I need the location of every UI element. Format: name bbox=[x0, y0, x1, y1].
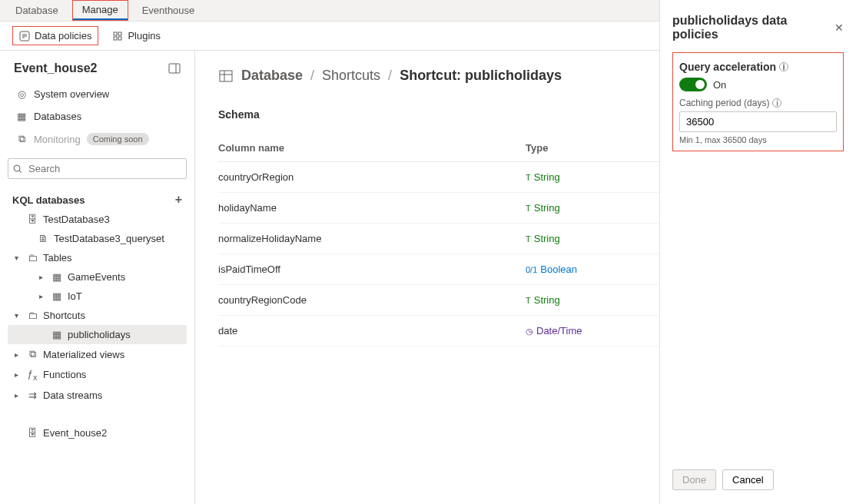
grid-icon: ▦ bbox=[15, 111, 28, 122]
data-policies-label: Data policies bbox=[35, 30, 91, 41]
column-name: countryOrRegion bbox=[218, 171, 526, 183]
type-label: String bbox=[534, 233, 560, 244]
layout-icon[interactable] bbox=[168, 62, 181, 75]
views-icon: ⧉ bbox=[26, 348, 38, 360]
tree-label: publicholidays bbox=[68, 329, 131, 340]
table-icon: ▦ bbox=[51, 329, 63, 340]
tree-label: IoT bbox=[68, 290, 82, 302]
tree-item-shortcuts[interactable]: ▾ 🗀 Shortcuts bbox=[8, 306, 187, 325]
sidebar: Event_house2 ◎ System overview ▦ Databas… bbox=[0, 51, 195, 504]
column-name: countryRegionCode bbox=[218, 294, 526, 306]
coming-soon-badge: Coming soon bbox=[87, 133, 149, 145]
folder-icon: 🗀 bbox=[26, 310, 38, 321]
chevron-right-icon[interactable]: ▸ bbox=[11, 370, 22, 379]
sidebar-title-row: Event_house2 bbox=[8, 58, 187, 83]
plugins-button[interactable]: Plugins bbox=[106, 27, 167, 45]
tree-label: GameEvents bbox=[68, 271, 125, 283]
query-acceleration-toggle[interactable] bbox=[679, 78, 707, 91]
svg-rect-2 bbox=[118, 32, 121, 35]
type-icon: T bbox=[526, 204, 531, 213]
chevron-down-icon[interactable]: ▾ bbox=[11, 311, 22, 320]
table-icon: ▦ bbox=[51, 290, 63, 302]
chevron-down-icon[interactable]: ▾ bbox=[11, 254, 22, 262]
query-acceleration-box: Query acceleration i On Caching period (… bbox=[672, 52, 844, 151]
tree-item-queryset[interactable]: ▸ 🗎 TestDatabase3_queryset bbox=[8, 229, 187, 248]
type-icon: ◷ bbox=[526, 327, 533, 336]
functions-icon: ƒx bbox=[26, 368, 38, 382]
sidebar-item-databases[interactable]: ▦ Databases bbox=[8, 105, 187, 128]
cancel-button[interactable]: Cancel bbox=[722, 469, 773, 490]
tree-label: Tables bbox=[43, 252, 72, 264]
svg-point-7 bbox=[14, 165, 20, 171]
table-icon bbox=[218, 68, 234, 84]
done-button[interactable]: Done bbox=[672, 469, 716, 490]
kql-databases-section: KQL databases + bbox=[8, 187, 187, 210]
chevron-right-icon[interactable]: ▸ bbox=[35, 292, 46, 300]
chevron-right-icon[interactable]: ▸ bbox=[11, 391, 22, 400]
plugins-icon bbox=[112, 31, 123, 41]
type-icon: T bbox=[526, 234, 531, 244]
svg-rect-1 bbox=[114, 32, 117, 35]
search-icon bbox=[13, 164, 22, 174]
caching-period-label: Caching period (days) i bbox=[679, 98, 837, 108]
breadcrumb-current: Shortcut: publicholidays bbox=[400, 68, 562, 84]
type-icon: T bbox=[526, 296, 531, 305]
tab-eventhouse[interactable]: Eventhouse bbox=[133, 2, 204, 19]
breadcrumb-sep: / bbox=[310, 68, 314, 84]
tree-label: Functions bbox=[43, 369, 86, 380]
breadcrumb-shortcuts[interactable]: Shortcuts bbox=[322, 68, 380, 84]
info-icon[interactable]: i bbox=[779, 62, 788, 71]
sidebar-item-label: Databases bbox=[34, 111, 81, 122]
queryset-icon: 🗎 bbox=[37, 233, 49, 244]
tree-item-eventhouse2[interactable]: ▸ 🗄 Event_house2 bbox=[8, 423, 187, 443]
type-label: Date/Time bbox=[536, 325, 582, 337]
caching-period-hint: Min 1, max 36500 days bbox=[679, 135, 837, 144]
tree-item-data-streams[interactable]: ▸ ⇉ Data streams bbox=[8, 386, 187, 405]
folder-icon: 🗀 bbox=[26, 252, 38, 264]
sidebar-item-system-overview[interactable]: ◎ System overview bbox=[8, 83, 187, 105]
sidebar-title: Event_house2 bbox=[14, 61, 97, 75]
svg-rect-5 bbox=[169, 64, 180, 73]
caching-period-input[interactable] bbox=[679, 111, 837, 132]
tree-item-testdatabase3[interactable]: ▸ 🗄 TestDatabase3 bbox=[8, 210, 187, 229]
data-policies-button[interactable]: Data policies bbox=[12, 26, 98, 45]
database-icon: 🗄 bbox=[26, 427, 38, 439]
tree-item-functions[interactable]: ▸ ƒx Functions bbox=[8, 364, 187, 386]
tree-label: Shortcuts bbox=[43, 310, 85, 321]
sidebar-item-monitoring: ⧉ Monitoring Coming soon bbox=[8, 128, 187, 151]
chevron-right-icon[interactable]: ▸ bbox=[11, 350, 22, 359]
tree-label: Event_house2 bbox=[43, 427, 107, 439]
tree-item-tables[interactable]: ▾ 🗀 Tables bbox=[8, 248, 187, 267]
search-box bbox=[8, 158, 187, 179]
breadcrumb-database[interactable]: Database bbox=[241, 68, 303, 84]
plus-icon[interactable]: + bbox=[175, 193, 182, 207]
tree-label: TestDatabase3_queryset bbox=[54, 233, 164, 244]
chevron-right-icon[interactable]: ▸ bbox=[35, 273, 46, 281]
col-header-name: Column name bbox=[218, 142, 526, 154]
section-label: KQL databases bbox=[12, 194, 85, 206]
svg-rect-3 bbox=[114, 37, 117, 40]
tree-item-publicholidays[interactable]: ▸ ▦ publicholidays bbox=[8, 325, 187, 344]
tab-database[interactable]: Database bbox=[6, 2, 68, 19]
close-icon[interactable]: ✕ bbox=[834, 22, 844, 34]
svg-rect-9 bbox=[220, 71, 232, 81]
type-label: Boolean bbox=[540, 264, 577, 275]
info-icon[interactable]: i bbox=[772, 98, 781, 108]
tree-label: TestDatabase3 bbox=[43, 214, 110, 225]
toggle-state-label: On bbox=[713, 79, 726, 91]
tree-item-gameevents[interactable]: ▸ ▦ GameEvents bbox=[8, 267, 187, 287]
column-name: holidayName bbox=[218, 202, 526, 214]
column-name: date bbox=[218, 325, 526, 337]
tree-item-iot[interactable]: ▸ ▦ IoT bbox=[8, 287, 187, 306]
query-acceleration-label: Query acceleration i bbox=[679, 61, 788, 73]
column-name: normalizeHolidayName bbox=[218, 233, 526, 244]
plugins-label: Plugins bbox=[128, 30, 161, 41]
sidebar-item-label: Monitoring bbox=[34, 134, 81, 145]
tree-label: Data streams bbox=[43, 390, 102, 401]
monitor-icon: ⧉ bbox=[15, 133, 28, 145]
tab-manage[interactable]: Manage bbox=[73, 1, 128, 20]
tree-item-materialized-views[interactable]: ▸ ⧉ Materialized views bbox=[8, 344, 187, 364]
qa-text: Query acceleration bbox=[679, 61, 776, 73]
search-input[interactable] bbox=[8, 158, 187, 179]
streams-icon: ⇉ bbox=[26, 390, 38, 401]
